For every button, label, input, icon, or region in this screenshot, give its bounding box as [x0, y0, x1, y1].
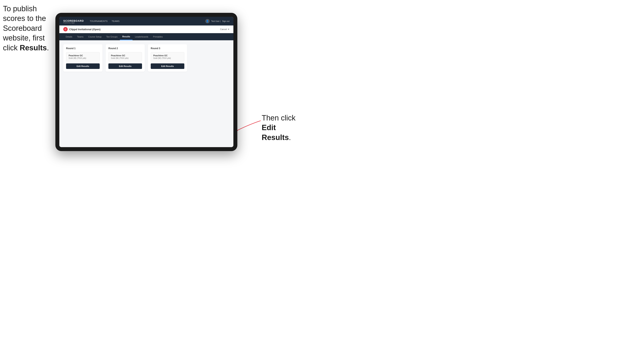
instruction-text-then: Then click: [262, 114, 296, 122]
tab-details[interactable]: Details: [63, 33, 75, 40]
edit-results-button-round-3[interactable]: Edit Results: [151, 63, 184, 69]
tablet-device: SCOREBOARD Powered by clippd TOURNAMENTS…: [56, 13, 237, 151]
sub-nav: Details Teams Course Setup Tee Groups Re…: [59, 33, 234, 40]
content-area: Round 1 Peachtree GC Gold (M) (7010 yds)…: [59, 40, 234, 147]
nav-right: 👤 Test User | Sign out: [205, 19, 230, 23]
round-2-course-details: Gold (M) (7010 yds): [111, 57, 140, 59]
round-3-title: Round 3: [151, 47, 184, 50]
round-1-course-name: Peachtree GC: [69, 54, 97, 57]
cancel-x-icon: ✕: [228, 28, 230, 31]
tab-results[interactable]: Results: [120, 33, 132, 40]
rounds-grid: Round 1 Peachtree GC Gold (M) (7010 yds)…: [63, 44, 230, 72]
nav-teams[interactable]: TEAMS: [112, 20, 120, 22]
round-2-card: Round 2 Peachtree GC Gold (M) (7010 yds)…: [106, 44, 145, 72]
tab-teams[interactable]: Teams: [75, 33, 86, 40]
tournament-header: C Clippd Invitational (Open) Cancel ✕: [59, 25, 234, 33]
nav-user-text: Test User |: [211, 20, 221, 22]
user-avatar: 👤: [205, 19, 210, 23]
round-2-course-name: Peachtree GC: [111, 54, 140, 57]
tab-leaderboards[interactable]: Leaderboards: [132, 33, 151, 40]
nav-tournaments[interactable]: TOURNAMENTS: [90, 20, 108, 22]
empty-column: [190, 44, 230, 72]
instruction-bold-edit: Edit Results: [262, 123, 289, 141]
instruction-top-left: To publish scores to the Scoreboard webs…: [3, 4, 50, 53]
edit-results-button-round-2[interactable]: Edit Results: [108, 63, 142, 69]
nav-bar: SCOREBOARD Powered by clippd TOURNAMENTS…: [59, 17, 234, 25]
instruction-period: .: [47, 44, 49, 52]
tournament-logo: C: [63, 27, 68, 31]
round-1-title: Round 1: [66, 47, 100, 50]
round-3-course-card: Peachtree GC Gold (M) (7010 yds): [151, 52, 184, 61]
tournament-name: Clippd Invitational (Open): [69, 28, 220, 31]
round-2-title: Round 2: [108, 47, 142, 50]
round-1-card: Round 1 Peachtree GC Gold (M) (7010 yds)…: [63, 44, 102, 72]
edit-results-button-round-1[interactable]: Edit Results: [66, 63, 100, 69]
sign-out-link[interactable]: Sign out: [222, 20, 230, 22]
logo-text: SCOREBOARD: [63, 19, 84, 22]
tab-tee-groups[interactable]: Tee Groups: [104, 33, 120, 40]
instruction-bottom-right: Then click Edit Results.: [262, 113, 305, 142]
instruction-period-2: .: [289, 133, 291, 142]
cancel-button[interactable]: Cancel ✕: [220, 28, 230, 31]
round-3-course-name: Peachtree GC: [153, 54, 182, 57]
round-3-course-details: Gold (M) (7010 yds): [153, 57, 182, 59]
round-1-course-card: Peachtree GC Gold (M) (7010 yds): [66, 52, 100, 61]
round-3-card: Round 3 Peachtree GC Gold (M) (7010 yds)…: [148, 44, 187, 72]
tablet-screen: SCOREBOARD Powered by clippd TOURNAMENTS…: [59, 17, 234, 147]
round-2-course-card: Peachtree GC Gold (M) (7010 yds): [108, 52, 142, 61]
round-1-course-details: Gold (M) (7010 yds): [69, 57, 97, 59]
instruction-bold-results: Results: [20, 44, 47, 52]
tab-printables[interactable]: Printables: [151, 33, 165, 40]
user-icon: 👤: [206, 20, 209, 22]
tab-course-setup[interactable]: Course Setup: [86, 33, 104, 40]
logo-area: SCOREBOARD Powered by clippd: [63, 19, 84, 23]
nav-links: TOURNAMENTS TEAMS: [90, 20, 205, 22]
